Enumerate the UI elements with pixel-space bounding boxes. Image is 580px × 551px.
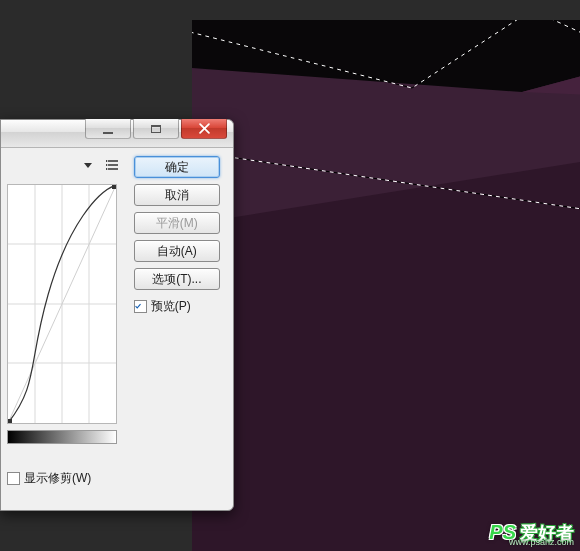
show-clipping-checkbox[interactable] bbox=[7, 472, 20, 485]
close-button[interactable] bbox=[181, 119, 227, 139]
minimize-button[interactable] bbox=[85, 119, 131, 139]
input-gradient[interactable] bbox=[7, 430, 117, 444]
preview-checkbox[interactable] bbox=[134, 300, 147, 313]
check-icon bbox=[135, 301, 141, 312]
smooth-button[interactable]: 平滑(M) bbox=[134, 212, 220, 234]
preset-dropdown[interactable] bbox=[80, 157, 96, 173]
cancel-button[interactable]: 取消 bbox=[134, 184, 220, 206]
svg-point-4 bbox=[106, 168, 107, 170]
curves-graph[interactable] bbox=[7, 184, 117, 424]
dropdown-caret-icon bbox=[84, 163, 92, 168]
svg-point-3 bbox=[106, 164, 107, 166]
minimize-icon bbox=[103, 132, 113, 134]
preset-menu-button[interactable] bbox=[102, 156, 124, 174]
show-clipping-label: 显示修剪(W) bbox=[24, 470, 91, 487]
preset-menu-icon bbox=[106, 159, 120, 171]
svg-rect-12 bbox=[8, 419, 12, 423]
svg-rect-13 bbox=[112, 185, 116, 189]
ok-button[interactable]: 确定 bbox=[134, 156, 220, 178]
show-clipping-row: 显示修剪(W) bbox=[7, 470, 124, 487]
options-button[interactable]: 选项(T)... bbox=[134, 268, 220, 290]
dialog-right-panel: 确定 取消 平滑(M) 自动(A) 选项(T)... 预览(P) bbox=[130, 148, 233, 510]
dialog-left-panel: 显示修剪(W) bbox=[1, 148, 130, 510]
editor-canvas[interactable] bbox=[176, 0, 580, 551]
auto-button[interactable]: 自动(A) bbox=[134, 240, 220, 262]
preview-label: 预览(P) bbox=[151, 298, 191, 315]
close-icon bbox=[199, 123, 210, 134]
preview-row: 预览(P) bbox=[134, 298, 223, 315]
maximize-button[interactable] bbox=[133, 119, 179, 139]
dialog-titlebar[interactable] bbox=[1, 120, 233, 148]
maximize-icon bbox=[151, 125, 161, 133]
curves-dialog: 显示修剪(W) 确定 取消 平滑(M) 自动(A) 选项(T)... 预览(P) bbox=[0, 119, 234, 511]
svg-point-2 bbox=[106, 160, 107, 162]
